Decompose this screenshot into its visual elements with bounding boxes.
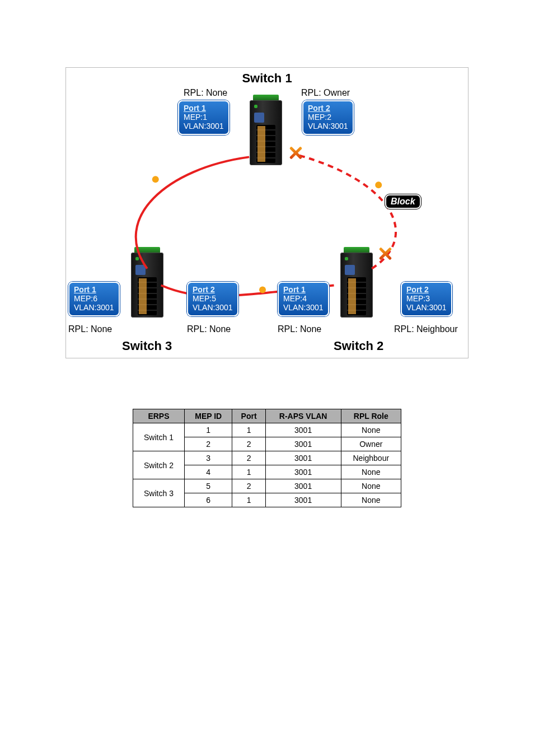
th-erps: ERPS [133, 409, 185, 423]
cell-port: 1 [232, 423, 265, 437]
s3p2-mep: MEP:5 [193, 294, 233, 303]
s2p1-port: Port 1 [283, 285, 324, 294]
cell-switch: Switch 2 [133, 451, 185, 479]
s3p1-box: Port 1 MEP:6 VLAN:3001 [68, 282, 120, 316]
cell-mep: 4 [184, 465, 232, 479]
cell-port: 1 [232, 465, 265, 479]
svg-point-2 [375, 181, 382, 188]
s2p2-mep: MEP:3 [406, 294, 447, 303]
rpl-s1-left: RPL: None [184, 88, 227, 98]
switch2-device-icon [340, 253, 373, 318]
s1p1-vlan: VLAN:3001 [184, 122, 224, 130]
s1p1-box: Port 1 MEP:1 VLAN:3001 [178, 100, 229, 135]
rpl-s3-left: RPL: None [68, 324, 112, 334]
cell-port: 2 [232, 437, 265, 451]
table-row: Switch 3 5 2 3001 None [133, 479, 401, 493]
cell-role: None [341, 493, 401, 507]
svg-point-1 [259, 286, 266, 293]
s3p1-mep: MEP:6 [74, 294, 114, 303]
th-mepid: MEP ID [184, 409, 232, 423]
cell-port: 2 [232, 451, 265, 465]
s3p2-vlan: VLAN:3001 [193, 303, 233, 312]
switch3-device-icon [131, 253, 163, 318]
rpl-s2-left: RPL: None [278, 324, 321, 334]
diagram-title-switch3: Switch 3 [122, 339, 172, 353]
cell-vlan: 3001 [265, 437, 341, 451]
cell-role: None [341, 423, 401, 437]
s3p2-port: Port 2 [193, 285, 233, 294]
cell-mep: 6 [184, 493, 232, 507]
cell-switch: Switch 3 [133, 479, 185, 507]
th-port: Port [232, 409, 265, 423]
cell-vlan: 3001 [265, 423, 341, 437]
s2p1-mep: MEP:4 [283, 294, 324, 303]
erps-config-table: ERPS MEP ID Port R-APS VLAN RPL Role Swi… [133, 409, 401, 507]
cell-port: 2 [232, 479, 265, 493]
s2p2-port: Port 2 [406, 285, 447, 294]
cell-role: None [341, 479, 401, 493]
cell-vlan: 3001 [265, 479, 341, 493]
s2p2-vlan: VLAN:3001 [406, 303, 447, 312]
table-row: Switch 1 1 1 3001 None [133, 423, 401, 437]
cell-vlan: 3001 [265, 451, 341, 465]
s1p1-port: Port 1 [184, 104, 224, 113]
rpl-s2-right: RPL: Neighbour [394, 324, 458, 334]
cell-port: 1 [232, 493, 265, 507]
rpl-s3-right: RPL: None [187, 324, 231, 334]
s2p2-box: Port 2 MEP:3 VLAN:3001 [401, 282, 452, 316]
diagram-title-switch1: Switch 1 [66, 71, 468, 86]
cell-mep: 3 [184, 451, 232, 465]
cell-vlan: 3001 [265, 493, 341, 507]
block-badge: Block [386, 195, 420, 208]
s1p2-box: Port 2 MEP:2 VLAN:3001 [302, 100, 354, 135]
table-row: Switch 2 3 2 3001 Neighbour [133, 451, 401, 465]
s1p1-mep: MEP:1 [184, 113, 224, 122]
cell-switch: Switch 1 [133, 423, 185, 451]
block-x-icon [289, 146, 302, 160]
rpl-s1-right: RPL: Owner [301, 88, 350, 98]
svg-point-0 [152, 176, 159, 183]
s3p1-vlan: VLAN:3001 [74, 303, 114, 312]
diagram-title-switch2: Switch 2 [334, 339, 383, 353]
table-header-row: ERPS MEP ID Port R-APS VLAN RPL Role [133, 409, 401, 423]
cell-role: None [341, 465, 401, 479]
s3p1-port: Port 1 [74, 285, 114, 294]
th-vlan: R-APS VLAN [265, 409, 341, 423]
cell-mep: 5 [184, 479, 232, 493]
block-x-icon [378, 247, 392, 260]
s1p2-mep: MEP:2 [308, 113, 348, 122]
erps-ring-diagram: Switch 1 RPL: None RPL: Owner Port 1 MEP… [65, 67, 469, 358]
cell-vlan: 3001 [265, 465, 341, 479]
cell-role: Neighbour [341, 451, 401, 465]
cell-mep: 1 [184, 423, 232, 437]
s1p2-vlan: VLAN:3001 [308, 122, 348, 130]
th-role: RPL Role [341, 409, 401, 423]
cell-mep: 2 [184, 437, 232, 451]
cell-role: Owner [341, 437, 401, 451]
s1p2-port: Port 2 [308, 104, 348, 113]
s3p2-box: Port 2 MEP:5 VLAN:3001 [187, 282, 238, 316]
switch1-device-icon [250, 100, 282, 165]
s2p1-box: Port 1 MEP:4 VLAN:3001 [278, 282, 329, 316]
s2p1-vlan: VLAN:3001 [283, 303, 324, 312]
